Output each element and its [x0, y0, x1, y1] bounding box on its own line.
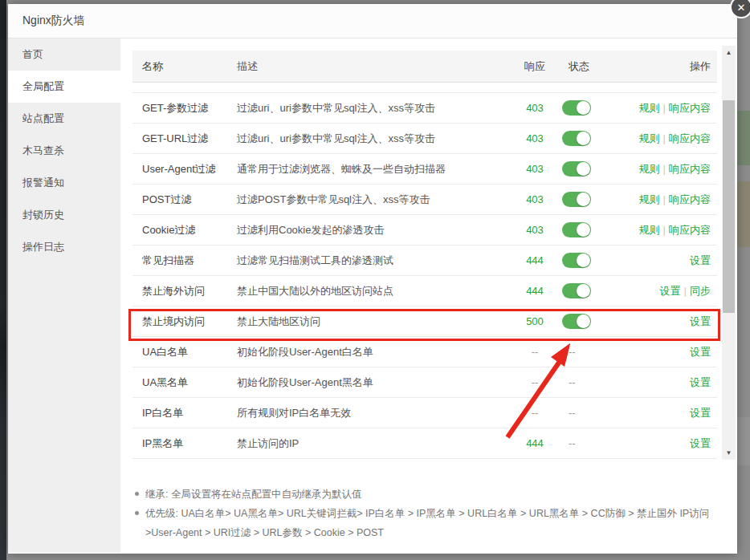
rule-status-cell: [556, 131, 612, 146]
scroll-down-icon[interactable]: ▼: [722, 446, 736, 460]
table-row: IP白名单 所有规则对IP白名单无效 -- -- 设置: [132, 398, 717, 428]
rule-description: 过滤利用Cookie发起的渗透攻击: [237, 223, 514, 237]
rule-status-cell: --: [556, 407, 612, 419]
table-row: UA白名单 初始化阶段User-Agent白名单 -- -- 设置: [132, 337, 717, 367]
table-scrollbar[interactable]: ▲ ▼: [722, 46, 736, 460]
nginx-firewall-dialog: ✕ Nginx防火墙 首页 全局配置 站点配置 木马查杀 报警通知 封锁历史 操…: [8, 4, 737, 554]
rule-actions-cell: 设置: [612, 406, 717, 420]
rule-status-cell: [556, 100, 612, 116]
action-link[interactable]: 规则: [639, 132, 660, 144]
rule-response-code: 444: [514, 437, 556, 449]
scrollbar-thumb[interactable]: [723, 100, 735, 313]
rule-actions-cell: 设置|同步: [612, 284, 717, 298]
sidebar-item-label: 木马查杀: [22, 144, 64, 156]
rule-response-code: 403: [514, 102, 556, 114]
table-row: GET-参数过滤 过滤uri、uri参数中常见sql注入、xss等攻击 403 …: [132, 93, 717, 124]
table-row: POST过滤 过滤POST参数中常见sql注入、xss等攻击 403 规则|响应…: [132, 185, 717, 215]
rule-status-cell: [556, 283, 612, 298]
sidebar-item-trojan-scan[interactable]: 木马查杀: [8, 135, 120, 167]
rule-status-cell: --: [556, 376, 612, 388]
rule-description: 禁止中国大陆以外的地区访问站点: [237, 284, 514, 298]
action-link[interactable]: 响应内容: [669, 193, 711, 205]
status-toggle-on[interactable]: [562, 161, 591, 177]
rule-status-cell: [556, 161, 612, 177]
action-link[interactable]: 规则: [639, 224, 660, 236]
rule-name: IP白名单: [132, 406, 237, 420]
rule-actions-cell: 规则|响应内容: [612, 132, 717, 146]
status-toggle-on[interactable]: [562, 253, 591, 268]
rule-description: 过滤uri、uri参数中常见sql注入、xss等攻击: [237, 101, 514, 116]
rule-actions-cell: 设置: [612, 436, 717, 451]
rule-description: 禁止访问的IP: [237, 436, 514, 451]
sidebar-item-operation-log[interactable]: 操作日志: [8, 231, 120, 263]
sidebar-item-home[interactable]: 首页: [8, 39, 120, 71]
header-action: 操作: [612, 59, 717, 74]
header-response: 响应: [514, 59, 556, 74]
action-link[interactable]: 设置: [690, 376, 711, 388]
rule-response-code: 403: [514, 193, 556, 205]
action-link[interactable]: 同步: [690, 285, 711, 297]
sidebar-item-global-config[interactable]: 全局配置: [8, 71, 120, 103]
action-separator: |: [684, 285, 687, 297]
note-text: 优先级: UA白名单> UA黑名单> URL关键词拦截> IP白名单 > IP黑…: [145, 508, 709, 538]
rule-status-cell: [556, 253, 612, 268]
status-toggle-on[interactable]: [562, 100, 591, 116]
rule-actions-cell: 规则|响应内容: [612, 223, 717, 237]
status-toggle-on[interactable]: [562, 192, 591, 207]
note-item: 继承: 全局设置将在站点配置中自动继承为默认值: [132, 485, 715, 504]
rule-description: 禁止大陆地区访问: [237, 314, 514, 329]
rule-response-code: 444: [514, 254, 556, 266]
sidebar-item-alert-notify[interactable]: 报警通知: [8, 167, 120, 199]
bullet-icon: [135, 511, 139, 515]
bullet-icon: [135, 492, 139, 496]
action-separator: |: [663, 193, 666, 205]
rule-name: GET-URL过滤: [132, 132, 237, 146]
table-row: UA黑名单 初始化阶段User-Agent黑名单 -- -- 设置: [132, 367, 717, 398]
status-toggle-on[interactable]: [562, 131, 591, 146]
rule-status-cell: [556, 192, 612, 207]
status-empty: --: [562, 376, 576, 388]
status-toggle-on[interactable]: [562, 283, 591, 298]
action-link[interactable]: 设置: [690, 254, 711, 266]
rule-response-code: 403: [514, 224, 556, 236]
action-link[interactable]: 规则: [639, 102, 660, 114]
table-row: 常见扫描器 过滤常见扫描测试工具的渗透测试 444 设置: [132, 246, 717, 276]
table-row: IP黑名单 禁止访问的IP 444 -- 设置: [132, 428, 717, 459]
table-row: GET-URL过滤 过滤uri、uri参数中常见sql注入、xss等攻击 403…: [132, 124, 717, 154]
rule-response-code: 403: [514, 163, 556, 175]
status-toggle-on[interactable]: [562, 314, 591, 329]
rule-name: User-Agent过滤: [132, 162, 237, 177]
rule-description: 过滤uri、uri参数中常见sql注入、xss等攻击: [237, 132, 514, 146]
action-link[interactable]: 规则: [639, 163, 660, 175]
rule-name: UA黑名单: [132, 375, 237, 390]
action-link[interactable]: 设置: [690, 315, 711, 327]
rule-actions-cell: 设置: [612, 375, 717, 390]
action-link[interactable]: 响应内容: [669, 163, 711, 175]
rule-status-cell: --: [556, 437, 612, 449]
rule-response-code: --: [514, 376, 556, 388]
rule-response-code: 500: [514, 315, 556, 327]
action-link[interactable]: 响应内容: [669, 132, 711, 144]
rule-actions-cell: 规则|响应内容: [612, 162, 717, 177]
rule-description: 所有规则对IP白名单无效: [237, 406, 514, 420]
status-empty: --: [562, 346, 576, 358]
sidebar-item-block-history[interactable]: 封锁历史: [8, 199, 120, 231]
action-link[interactable]: 设置: [690, 346, 711, 358]
rule-name: UA白名单: [132, 345, 237, 359]
rule-name: Cookie过滤: [132, 223, 237, 237]
rule-actions-cell: 设置: [612, 345, 717, 359]
rule-actions-cell: 规则|响应内容: [612, 101, 717, 116]
header-desc: 描述: [237, 59, 514, 74]
status-empty: --: [562, 437, 576, 449]
sidebar-item-label: 报警通知: [22, 177, 64, 189]
action-link[interactable]: 响应内容: [669, 102, 711, 114]
action-link[interactable]: 规则: [639, 193, 660, 205]
sidebar-item-site-config[interactable]: 站点配置: [8, 103, 120, 135]
action-link[interactable]: 设置: [690, 407, 711, 419]
action-link[interactable]: 设置: [660, 285, 681, 297]
status-toggle-on[interactable]: [562, 222, 591, 237]
background-dimmed-page: [737, 0, 750, 560]
scroll-up-icon[interactable]: ▲: [722, 46, 736, 59]
action-link[interactable]: 响应内容: [669, 224, 711, 236]
action-link[interactable]: 设置: [690, 437, 711, 449]
